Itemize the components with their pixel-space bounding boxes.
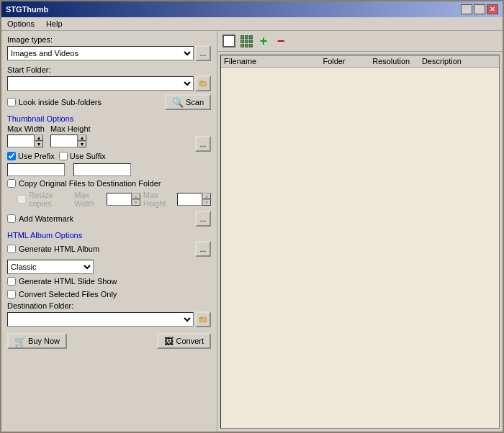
copy-originals-label: Copy Original Files to Destination Folde… — [19, 179, 161, 188]
destination-folder-select[interactable] — [7, 312, 194, 327]
max-width-input-group: 150 ▲ ▼ — [7, 135, 45, 147]
file-list-area — [221, 68, 499, 428]
single-view-button[interactable] — [222, 34, 236, 48]
max-width-label: Max Width — [7, 124, 45, 133]
max-width-down[interactable]: ▼ — [35, 141, 43, 147]
look-inside-checkbox[interactable] — [7, 98, 16, 106]
thumbnail-options-more-button[interactable]: ... — [195, 136, 211, 152]
max-height-input-group: 150 ▲ ▼ — [50, 135, 91, 147]
remove-icon: − — [277, 35, 285, 47]
right-panel: + − Filename Folder Resolution Descripti… — [217, 31, 503, 432]
resize-max-height-label: Max Height — [143, 191, 174, 208]
right-toolbar: + − — [217, 31, 503, 52]
album-more-button[interactable]: ... — [195, 241, 211, 257]
left-panel: Image types: Images and Videos ... Start… — [1, 31, 217, 432]
look-inside-label: Look inside Sub-folders — [19, 98, 102, 106]
resize-max-height-input[interactable]: 600 — [177, 193, 202, 206]
max-height-label: Max Height — [50, 124, 91, 133]
html-album-options-label: HTML Album Options — [7, 231, 211, 240]
generate-album-checkbox[interactable] — [7, 245, 16, 253]
close-button[interactable]: ✕ — [487, 4, 498, 14]
use-suffix-label: Use Suffix — [70, 152, 106, 160]
column-description: Description — [422, 57, 496, 65]
main-window: STGThumb _ □ ✕ Options Help Image types:… — [0, 0, 504, 433]
main-content: Image types: Images and Videos ... Start… — [1, 31, 503, 432]
window-title: STGThumb — [6, 5, 48, 14]
max-height-up[interactable]: ▲ — [78, 135, 86, 141]
scan-button-label: Scan — [186, 98, 204, 106]
watermark-more-button[interactable]: ... — [195, 211, 211, 227]
max-width-field: Max Width 150 ▲ ▼ — [7, 124, 45, 147]
use-suffix-checkbox[interactable] — [59, 152, 68, 160]
slide-show-checkbox[interactable] — [7, 277, 16, 286]
start-folder-select[interactable] — [7, 76, 194, 91]
minimize-button[interactable]: _ — [461, 4, 472, 14]
thumbnail-size-row: Max Width 150 ▲ ▼ Max Height — [7, 124, 211, 152]
destination-folder-label: Destination Folder: — [7, 301, 211, 310]
add-button[interactable]: + — [256, 34, 271, 48]
menu-help[interactable]: Help — [43, 19, 66, 29]
resize-copies-checkbox[interactable] — [17, 195, 26, 204]
image-types-select[interactable]: Images and Videos — [7, 46, 194, 60]
max-height-down[interactable]: ▼ — [78, 141, 86, 147]
resize-max-width-group: 800 ▲ ▼ — [107, 193, 140, 206]
file-list-header: Filename Folder Resolution Description — [221, 55, 499, 68]
max-width-up[interactable]: ▲ — [35, 135, 43, 141]
watermark-row: Add Watermark ... — [7, 211, 211, 227]
prefix-input[interactable]: sm_ — [7, 163, 65, 176]
menu-options[interactable]: Options — [4, 19, 37, 29]
html-theme-select[interactable]: Classic — [7, 260, 94, 274]
start-folder-row — [7, 76, 211, 91]
max-height-spinner: ▲ ▼ — [78, 135, 86, 147]
thumbnail-options-label: Thumbnail Options — [7, 114, 211, 123]
suffix-input[interactable]: -small — [73, 163, 131, 176]
resize-height-down: ▼ — [202, 199, 211, 206]
destination-folder-browse-button[interactable] — [195, 311, 211, 327]
resize-max-width-label: Max Width — [74, 191, 103, 208]
destination-folder-icon — [199, 314, 207, 324]
generate-album-row: Generate HTML Album ... — [7, 241, 211, 257]
file-list-container: Filename Folder Resolution Description — [220, 55, 500, 429]
thumbnail-size-fields: Max Width 150 ▲ ▼ Max Height — [7, 124, 191, 147]
image-types-label: Image types: — [7, 35, 211, 44]
resize-copies-label: Resize copies — [29, 191, 67, 208]
remove-button[interactable]: − — [274, 34, 288, 48]
slide-show-label: Generate HTML Slide Show — [19, 277, 117, 286]
image-types-browse-button[interactable]: ... — [195, 45, 211, 61]
buy-now-button[interactable]: 🛒 Buy Now — [7, 333, 67, 349]
scan-button[interactable]: 🔍 Scan — [165, 94, 211, 110]
resize-max-width-spinner: ▲ ▼ — [132, 193, 140, 206]
max-height-input[interactable]: 150 — [50, 135, 78, 147]
copy-originals-row: Copy Original Files to Destination Folde… — [7, 179, 211, 188]
menu-bar: Options Help — [1, 17, 503, 31]
resize-max-width-input[interactable]: 800 — [107, 193, 132, 206]
multi-view-icon — [240, 35, 253, 47]
use-prefix-checkbox[interactable] — [7, 152, 16, 160]
resize-max-height-spinner: ▲ ▼ — [202, 193, 211, 206]
add-watermark-label: Add Watermark — [19, 214, 73, 223]
max-width-input[interactable]: 150 — [7, 135, 35, 147]
multi-view-button[interactable] — [239, 34, 253, 48]
max-height-field: Max Height 150 ▲ ▼ — [50, 124, 91, 147]
add-watermark-checkbox[interactable] — [7, 214, 16, 223]
buy-now-label: Buy Now — [28, 337, 60, 345]
svg-rect-1 — [200, 81, 203, 83]
resize-width-down: ▼ — [132, 199, 140, 206]
buy-icon: 🛒 — [14, 336, 26, 347]
resize-height-up: ▲ — [202, 193, 211, 199]
resize-copies-row: Resize copies Max Width 800 ▲ ▼ Max Heig… — [7, 191, 211, 208]
copy-originals-checkbox[interactable] — [7, 179, 16, 188]
prefix-box: Use Prefix — [7, 152, 55, 160]
convert-selected-checkbox[interactable] — [7, 290, 16, 298]
svg-rect-3 — [200, 317, 203, 319]
convert-selected-row: Convert Selected Files Only — [7, 290, 211, 298]
start-folder-browse-button[interactable] — [195, 76, 211, 91]
convert-selected-label: Convert Selected Files Only — [19, 290, 117, 298]
convert-button[interactable]: 🖼 Convert — [157, 333, 211, 349]
maximize-button[interactable]: □ — [474, 4, 485, 14]
resize-max-height-group: 600 ▲ ▼ — [177, 193, 211, 206]
prefix-suffix-inputs-row: sm_ -small — [7, 163, 211, 176]
slide-show-row: Generate HTML Slide Show — [7, 277, 211, 286]
bottom-buttons: 🛒 Buy Now 🖼 Convert — [7, 327, 211, 349]
prefix-suffix-row: Use Prefix Use Suffix — [7, 152, 211, 160]
